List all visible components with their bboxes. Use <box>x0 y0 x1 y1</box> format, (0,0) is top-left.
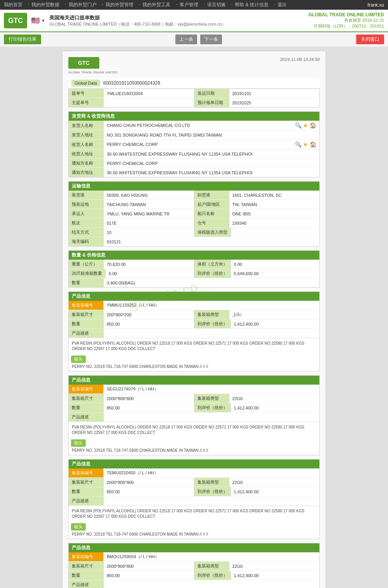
cif-value: 5,649,600.00 <box>231 269 320 278</box>
size-label-0: 集装箱尺寸 <box>69 310 104 319</box>
discharge-port-field: 卸货港 1601, CHARLESTON, SC <box>194 191 320 199</box>
notify-name-label: 通知方名称 <box>69 159 104 168</box>
discharge-port-value: 1601, CHARLESTON, SC <box>229 191 320 199</box>
size-value-3: 2000*806*800 <box>104 562 194 571</box>
header-right: GLOBAL TRADE ONLINE LIMITED 有效期至 2019-12… <box>308 12 384 29</box>
bonded-type-field: 保税版进入类型 <box>194 228 320 237</box>
product-desc-content-0 <box>104 329 319 338</box>
qty-row-1: 重量（公斤） 70,620.00 体积（立方米） 0.00 <box>69 260 319 269</box>
shipper-name-text: CHANG CHUN PETROCHEMICAL CO LTD <box>107 123 190 128</box>
product-desc-label-0: 产品描述 <box>69 329 104 338</box>
nav-logout[interactable]: 退出 <box>277 2 287 8</box>
container-no-label-2: 集装箱编号 <box>69 468 104 477</box>
voyage-field: 航次 017E <box>69 219 194 227</box>
volume-value: 0.00 <box>231 260 320 269</box>
product-desc-row-3: 产品描述 <box>69 580 319 588</box>
marks-text-0: PERRY NO. 22518 TEL 718-747-5600 CHARLES… <box>69 364 319 371</box>
transport-section-header: 运输信息 <box>69 182 319 191</box>
transport-row-2: 预装运地 TAICHUNG TAIWAN 起户国/地区 TW, TAIWAN <box>69 200 319 209</box>
nav-foreign-portal[interactable]: 我的外贸门户 <box>69 2 97 8</box>
doc-header: GTC GLOBAL TRADE ONLINE LIMITED 2019-11-… <box>68 57 320 74</box>
quantity-section: 数量 & 价格信息 重量（公斤） 70,620.00 体积（立方米） 0.00 … <box>68 250 320 288</box>
teu-value: 6.00 <box>106 269 194 278</box>
container-size-row-1: 集装箱尺寸 2000*806*800 集装箱类型 22G0 <box>69 394 319 403</box>
weight-label: 重量（公斤） <box>69 260 104 269</box>
notify-name-row: 通知方名称 PERRY CHEMICAL CORP <box>69 159 319 168</box>
close-button-top[interactable]: 关闭窗口 <box>356 35 384 44</box>
field-est-date: 预计领单日期 20191025 <box>194 98 320 107</box>
qty-label-main: 数量 <box>69 278 104 287</box>
container-no-row-3: 集装箱编号 BMOU1259554（/ L / HH） <box>69 552 319 562</box>
customs-mode-label: 结关方式 <box>69 228 104 237</box>
next-button[interactable]: 下一条 <box>200 35 222 44</box>
consignee-name-label: 收货人名称 <box>69 140 104 149</box>
preload-label: 预装运地 <box>69 200 104 209</box>
product-section-header-1: 产品信息 <box>69 376 319 385</box>
size-label-1: 集装箱尺寸 <box>69 394 104 403</box>
marks-text-1: PERRY NO. 22518 TEL 718-747-5600 CHARLES… <box>69 448 319 455</box>
nav-language[interactable]: 语言切换 <box>207 2 226 8</box>
global-data-label: Global Data <box>71 80 100 87</box>
nav-foreign-tools[interactable]: 我的外贸工具 <box>142 2 170 8</box>
nav-home[interactable]: 我的首页 <box>4 2 23 8</box>
prev-button[interactable]: 上一条 <box>175 35 197 44</box>
container-no-row-1: 集装箱编号 SEGU2174079（/ L / HH） <box>69 385 319 394</box>
size-value-1: 2000*806*800 <box>104 394 194 403</box>
product-desc-text-2: PVA RESIN (POLYVINYL ALCOHOL) ORDER NO 2… <box>69 506 319 522</box>
consignee-search-icon[interactable]: 🔍 <box>295 141 301 147</box>
container-no-value-3: BMOU1259554（/ L / HH） <box>104 552 319 561</box>
search-icon[interactable]: 🔍 <box>295 122 301 128</box>
global-data-row: Global Data 6003201911050000024329 <box>68 78 320 88</box>
container-size-row-2: 集装箱尺寸 2000*806*800 集装箱类型 22G0 <box>69 478 319 487</box>
weight-field: 重量（公斤） 70,620.00 <box>69 260 194 269</box>
teu-field: 20尺标准箱数量 6.00 <box>69 269 194 278</box>
username: frank.xu <box>367 2 384 8</box>
container-size-row-0: 集装箱尺寸 200*800*200 集装箱类型 上G） <box>69 310 319 319</box>
product-price-label-3: 到岸价（统价） <box>194 571 231 580</box>
nav-customer-mgmt[interactable]: 客户管理 <box>180 2 198 8</box>
nav-foreign-data[interactable]: 我的外贸数据 <box>31 2 59 8</box>
header-title-block: 美国海关进口提单数据 GLOBAL TRADE ONLINE LIMITED（电… <box>49 14 226 27</box>
home-icon[interactable]: 🏠 <box>310 122 316 128</box>
header-main-title: 美国海关进口提单数据 <box>49 14 226 21</box>
product-section-1: 产品信息 集装箱编号 SEGU2174079（/ L / HH） 集装箱尺寸 2… <box>68 375 320 455</box>
print-button[interactable]: 打印报告结果 <box>4 35 41 44</box>
product-desc-row-1: 产品描述 <box>69 413 319 422</box>
document-panel: gtodatа.со GTC GLOBAL TRADE ONLINE LIMIT… <box>62 51 326 588</box>
type-label-3: 集装箱类型 <box>194 562 229 571</box>
product-price-value-1: 1,412,400.00 <box>231 403 320 412</box>
weight-value: 70,620.00 <box>104 260 194 269</box>
warehouse-value: 199340 <box>229 219 320 227</box>
nav-links[interactable]: 我的首页 · 我的外贸数据 · 我的外贸门户 · 我的外贸管理 · 我的外贸工具… <box>4 2 290 8</box>
loading-port-label: 装货港 <box>69 191 104 199</box>
product-section-header-3: 产品信息 <box>69 543 319 552</box>
header-subtitle: GLOBAL TRADE ONLINE LIMITED（电话：400-710-3… <box>49 21 226 27</box>
nav-foreign-mgmt[interactable]: 我的外贸管理 <box>106 2 133 8</box>
doc-logo: GTC GLOBAL TRADE ONLINE LIMITED <box>68 57 118 74</box>
nav-help[interactable]: 帮助 & 统计信息 <box>235 2 268 8</box>
shipper-addr-value: NO 301 SONGKIANG ROAD 7TH FL TAIPEI 1048… <box>104 130 319 139</box>
marks-header-2: 唛头 <box>71 523 86 531</box>
product-qty-label-0: 数量 <box>69 319 104 328</box>
type-label-2: 集装箱类型 <box>194 478 229 487</box>
size-value-0: 200*800*200 <box>104 310 194 319</box>
product-qty-label-2: 数量 <box>69 487 104 496</box>
voyage-label: 航次 <box>69 219 104 227</box>
consignee-home-icon[interactable]: 🏠 <box>310 141 316 147</box>
product-qty-price-row-3: 数量 850.00 到岸价（统价） 1,412,400.00 <box>69 571 319 580</box>
vessel-value: ONE IBIS <box>229 209 320 218</box>
notify-addr-label: 通知方地址 <box>69 168 104 177</box>
product-qty-label-3: 数量 <box>69 571 104 580</box>
action-bar-top: 打印报告结果 上一条 下一条 关闭窗口 <box>0 32 388 47</box>
consignee-star-icon[interactable]: ★ <box>303 141 308 147</box>
page-header: GTC 🇺🇸 ▼ 美国海关进口提单数据 GLOBAL TRADE ONLINE … <box>0 10 388 32</box>
size-value-2: 2000*806*800 <box>104 478 194 487</box>
vessel-label: 船只名称 <box>194 209 229 218</box>
doc-logo-subtitle: GLOBAL TRADE ONLINE LIMITED <box>68 71 118 74</box>
product-section-3: 产品信息 集装箱编号 BMOU1259554（/ L / HH） 集装箱尺寸 2… <box>68 543 320 588</box>
star-icon[interactable]: ★ <box>303 122 308 128</box>
product-section-header-0: 产品信息 <box>69 292 319 301</box>
doc-timestamp: 2019-11-08 13:24:58 <box>280 57 320 62</box>
transport-section: 运输信息 装货港 58309, KAO HSIUNG 卸货港 1601, CHA… <box>68 181 320 246</box>
marks-header-0: 唛头 <box>71 356 86 363</box>
